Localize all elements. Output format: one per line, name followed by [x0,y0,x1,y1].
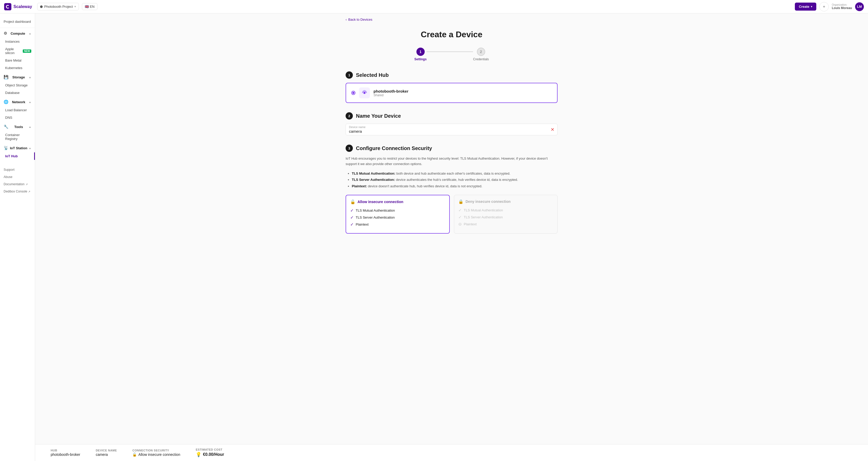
sidebar-item-dns[interactable]: DNS [0,114,35,121]
hub-icon [359,87,370,98]
instances-label: Instances [5,39,20,44]
sidebar-section-iot-header[interactable]: 📡 IoT Station ▲ [0,144,35,152]
sidebar-item-database[interactable]: Database [0,89,35,96]
list-item: Plaintext: device doesn't authenticate h… [352,183,558,190]
project-selector[interactable]: Photobooth Project ▾ [37,3,79,10]
security-option-deny-header: 🔒 Deny insecure connection [458,199,553,204]
check-icon-disabled: ✓ [458,208,462,213]
sidebar-section-network: 🌐 Network ▲ Load Balancer DNS [0,97,35,121]
sidebar-section-storage-header[interactable]: 💾 Storage ▲ [0,73,35,82]
project-name: Photobooth Project [44,5,73,8]
summary-security: Connection security 🔓 Allow insecure con… [132,449,180,457]
support-label: Support [4,168,14,172]
sidebar-section-network-label: Network [12,100,25,104]
sidebar-section-tools: 🔧 Tools ▲ Container Registry [0,122,35,143]
device-name-field-label: Device name [349,125,547,128]
back-to-devices-link[interactable]: ‹ Back to Devices [346,13,558,24]
database-label: Database [5,91,20,95]
check-icon: ✓ [350,208,353,213]
sidebar-item-bare-metal[interactable]: Bare Metal [0,57,35,64]
summary-hub-label: Hub [51,449,80,452]
security-option-deny[interactable]: 🔒 Deny insecure connection ✓ TLS Mutual … [454,195,558,234]
summary-device-label: Device name [96,449,117,452]
external-link-icon-2: ↗ [28,190,30,193]
device-name-input[interactable] [349,129,547,134]
create-chevron-icon: ▾ [811,5,812,8]
iot-chevron-icon: ▲ [29,147,31,149]
plus-icon-button[interactable]: + [819,2,829,11]
avatar[interactable]: LM [855,2,864,11]
step-2-number: 2 [480,50,482,54]
bare-metal-label: Bare Metal [5,58,22,62]
svg-point-1 [364,92,366,94]
list-item: TLS Server Authentication: device authen… [352,177,558,183]
sidebar-item-load-balancer[interactable]: Load Balancer [0,106,35,114]
sidebar-item-dedibox-console[interactable]: Dedibox Console ↗ [0,188,35,195]
step-line [427,52,473,52]
sidebar-item-container-registry[interactable]: Container Registry [0,131,35,143]
dns-label: DNS [5,116,12,119]
hub-card[interactable]: photobooth-broker Shared [346,83,558,103]
cost-value-text: €0.00/Hour [203,452,224,457]
cost-icon: 💡 [196,452,202,457]
tls-server-feature-label: TLS Server Authentication [356,215,395,220]
summary-device-value: camera [96,453,117,457]
summary-bar: Hub photobooth-broker Device name camera… [35,444,868,461]
logo[interactable]: Scaleway [4,3,32,10]
input-clear-icon[interactable]: ✕ [551,127,554,133]
apple-silicon-label: Apple silicon [5,47,21,55]
security-feature-plaintext-allow: ✓ Plaintext [350,222,445,227]
sidebar-section-iot-label: IoT Station [10,146,27,150]
sidebar-item-documentation[interactable]: Documentation ↗ [0,180,35,188]
allow-label: Allow insecure connection [358,200,403,204]
sidebar-item-apple-silicon[interactable]: Apple silicon NEW [0,45,35,57]
sidebar-item-iot-hub[interactable]: IoT Hub [0,152,35,160]
sidebar-item-support[interactable]: Support [0,166,35,173]
documentation-label: Documentation [4,182,25,186]
summary-device: Device name camera [96,449,117,457]
sidebar-item-abuse[interactable]: Abuse [0,173,35,180]
security-list: TLS Mutual Authentication: both device a… [346,171,558,190]
sidebar-item-object-storage[interactable]: Object Storage [0,82,35,89]
summary-security-label: Connection security [132,449,180,452]
tls-server-deny-label: TLS Server Authentication [464,215,503,219]
external-link-icon: ↗ [26,183,28,186]
sidebar-section-iot-station: 📡 IoT Station ▲ IoT Hub [0,144,35,160]
create-button[interactable]: Create ▾ [795,3,816,10]
check-icon-disabled: ✓ [458,215,462,220]
step-1: 1 Settings [414,48,427,61]
compute-icon: ⚙ [4,31,7,36]
lang-text: EN [90,5,95,8]
step-1-number: 1 [420,50,422,54]
security-feature-tls-mutual-deny: ✓ TLS Mutual Authentication [458,208,553,213]
compute-chevron-icon: ▲ [29,32,31,35]
sidebar-item-project-dashboard[interactable]: Project dashboard [0,17,35,27]
iot-icon: 📡 [4,146,8,150]
kubernetes-label: Kubernetes [5,66,23,70]
steps-indicator: 1 Settings 2 Credentials [346,48,558,61]
step-2: 2 Credentials [473,48,489,61]
hub-info: photobooth-broker Shared [373,89,552,97]
sidebar-section-compute-header[interactable]: ⚙ Compute ▲ [0,29,35,38]
summary-cost: Estimated cost 💡 €0.00/Hour [196,448,224,457]
back-label: Back to Devices [348,18,372,22]
sidebar-item-instances[interactable]: Instances [0,38,35,45]
summary-cost-label: Estimated cost [196,448,224,451]
sidebar-item-kubernetes[interactable]: Kubernetes [0,64,35,71]
svg-rect-0 [4,3,11,10]
sidebar-section-network-header[interactable]: 🌐 Network ▲ [0,97,35,106]
lang-selector[interactable]: 🇬🇧 EN [82,3,97,10]
tls-server-label: TLS Server Authentication: [352,178,395,182]
step-1-label: Settings [414,57,427,61]
security-feature-tls-server-deny: ✓ TLS Server Authentication [458,215,553,220]
storage-chevron-icon: ▲ [29,76,31,79]
check-icon: ✓ [350,215,353,220]
sidebar-section-storage-label: Storage [12,75,25,79]
security-option-allow[interactable]: 🔓 Allow insecure connection ✓ TLS Mutual… [346,195,450,234]
section-security-title: Configure Connection Security [356,145,432,151]
network-icon: 🌐 [4,99,8,104]
hub-radio [351,91,355,95]
plus-icon: + [823,4,825,9]
section-security-header: 3 Configure Connection Security [346,145,558,152]
sidebar-section-tools-header[interactable]: 🔧 Tools ▲ [0,122,35,131]
